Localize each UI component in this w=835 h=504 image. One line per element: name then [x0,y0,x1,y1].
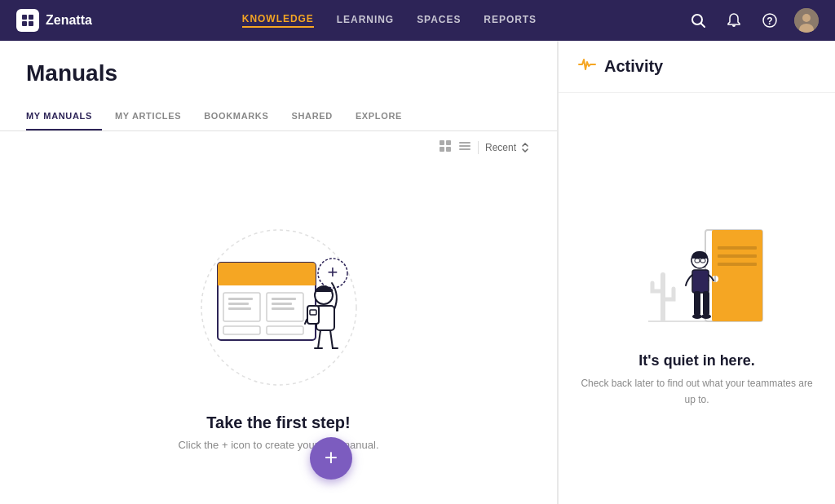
svg-rect-15 [459,142,471,144]
svg-rect-17 [459,148,471,150]
svg-rect-25 [228,307,251,310]
nav-reports[interactable]: REPORTS [484,14,537,27]
svg-rect-14 [446,147,451,152]
activity-content: It's quiet in here. Check back later to … [559,93,835,504]
svg-rect-0 [22,15,27,20]
svg-rect-50 [692,270,709,293]
nav-links: KNOWLEDGE LEARNING SPACES REPORTS [117,13,662,28]
user-avatar[interactable] [794,8,819,33]
svg-rect-41 [718,246,757,250]
svg-rect-21 [218,279,316,285]
activity-empty-title: It's quiet in here. [638,352,754,369]
svg-line-5 [701,24,705,28]
activity-illustration [616,189,779,336]
svg-rect-42 [718,254,757,258]
content-area: + [0,164,557,504]
svg-rect-31 [267,326,303,334]
nav-knowledge[interactable]: KNOWLEDGE [242,13,314,28]
tab-my-manuals[interactable]: MY MANUALS [26,103,102,130]
svg-rect-13 [440,147,444,152]
brand-icon [16,9,39,32]
left-panel: Manuals MY MANUALS MY ARTICLES BOOKMARKS… [0,41,558,504]
tab-explore[interactable]: EXPLORE [356,103,412,130]
list-view-button[interactable] [458,139,471,156]
svg-rect-23 [228,298,253,300]
svg-point-9 [802,14,811,22]
sort-label: Recent [485,142,516,153]
svg-text:+: + [327,262,338,282]
page-header: Manuals [0,41,557,103]
help-button[interactable]: ? [758,9,781,32]
fab-icon: + [325,446,338,469]
svg-rect-24 [228,303,249,305]
svg-rect-26 [267,293,303,321]
notifications-button[interactable] [722,9,745,32]
svg-rect-3 [29,21,33,26]
svg-rect-22 [223,293,260,321]
sort-dropdown[interactable]: Recent [485,142,531,153]
create-manual-fab[interactable]: + [310,437,352,480]
activity-header: Activity [559,41,835,93]
page-title: Manuals [26,60,531,86]
tab-shared[interactable]: SHARED [291,103,342,130]
svg-point-53 [692,314,702,319]
svg-rect-16 [459,145,471,147]
svg-text:?: ? [767,15,772,27]
toolbar-divider [478,141,479,154]
activity-title: Activity [604,57,663,76]
view-toolbar: Recent [0,131,557,164]
svg-rect-1 [29,15,33,20]
svg-rect-27 [272,298,296,300]
svg-rect-51 [694,291,700,316]
svg-rect-30 [223,326,260,334]
brand-logo[interactable]: Zenatta [16,9,92,32]
svg-point-54 [701,314,711,319]
svg-rect-2 [22,21,27,26]
right-panel: Activity [558,41,835,504]
main-layout: Manuals MY MANUALS MY ARTICLES BOOKMARKS… [0,41,835,504]
empty-illustration: + [173,218,385,397]
svg-rect-12 [446,140,451,145]
svg-rect-28 [272,303,292,305]
svg-rect-40 [712,230,762,321]
search-button[interactable] [687,9,709,32]
tab-my-articles[interactable]: MY ARTICLES [115,103,191,130]
activity-pulse-icon [578,55,596,77]
navbar: Zenatta KNOWLEDGE LEARNING SPACES REPORT… [0,0,835,41]
grid-view-button[interactable] [439,139,452,156]
svg-rect-52 [703,291,709,316]
brand-name: Zenatta [46,13,92,28]
svg-rect-29 [272,307,294,310]
svg-rect-11 [440,140,444,145]
nav-spaces[interactable]: SPACES [417,14,461,27]
tabs-bar: MY MANUALS MY ARTICLES BOOKMARKS SHARED … [0,103,557,131]
tab-bookmarks[interactable]: BOOKMARKS [204,103,278,130]
nav-actions: ? [687,8,819,33]
nav-learning[interactable]: LEARNING [337,14,394,27]
empty-state-title: Take the first step! [206,413,350,432]
activity-empty-description: Check back later to find out what your t… [575,376,819,407]
svg-rect-43 [718,263,757,266]
